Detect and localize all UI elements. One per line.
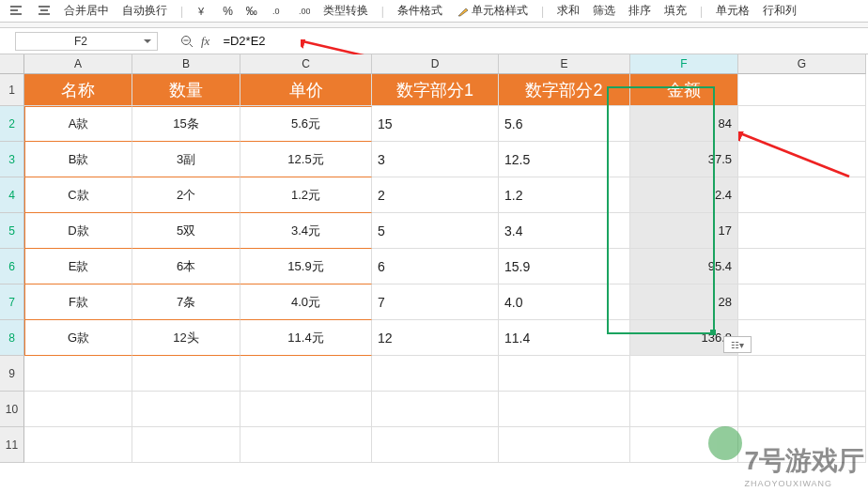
cell[interactable]: 15.9元 [240, 249, 372, 284]
cell[interactable]: 15 [372, 106, 499, 142]
header-cell[interactable]: 单价 [240, 74, 372, 106]
merge-center-button[interactable]: 合并居中 [64, 3, 109, 19]
cell[interactable]: 2.4 [630, 177, 738, 213]
cell[interactable]: 6本 [132, 249, 240, 284]
zoom-out-icon[interactable] [180, 35, 194, 48]
header-cell[interactable]: 数字部分1 [372, 74, 499, 106]
fill-button[interactable]: 填充 [664, 3, 687, 19]
row-header-4[interactable]: 4 [0, 177, 24, 213]
cell[interactable] [240, 356, 372, 392]
cell[interactable] [738, 284, 866, 320]
fx-icon[interactable]: fx [201, 34, 209, 49]
cell[interactable] [630, 356, 738, 392]
align-center-icon[interactable] [36, 5, 51, 18]
cell[interactable]: 3副 [132, 142, 240, 177]
cell[interactable] [738, 249, 866, 284]
sort-button[interactable]: 排序 [628, 3, 651, 19]
cell[interactable] [738, 427, 866, 463]
cell[interactable]: 1.2元 [240, 177, 372, 213]
row-header-11[interactable]: 11 [0, 427, 24, 463]
column-header-F[interactable]: F [630, 54, 738, 74]
cell[interactable]: 95.4 [630, 249, 738, 284]
cell[interactable] [499, 392, 630, 427]
header-cell[interactable]: 数字部分2 [499, 74, 630, 106]
cell[interactable]: 12 [372, 320, 499, 356]
cell[interactable]: F款 [24, 284, 132, 320]
header-cell[interactable]: 名称 [24, 74, 132, 106]
cell[interactable]: D款 [24, 213, 132, 249]
currency-icon[interactable]: ¥ [196, 6, 209, 17]
cell[interactable] [372, 356, 499, 392]
cell[interactable] [738, 356, 866, 392]
row-header-8[interactable]: 8 [0, 320, 24, 356]
cell[interactable]: 17 [630, 213, 738, 249]
cell-button[interactable]: 单元格 [716, 3, 750, 19]
cell[interactable] [240, 392, 372, 427]
cell[interactable]: 136.8 [630, 320, 738, 356]
cell[interactable] [499, 356, 630, 392]
align-left-icon[interactable] [8, 5, 23, 18]
cell[interactable] [132, 392, 240, 427]
header-cell[interactable]: 数量 [132, 74, 240, 106]
cell[interactable]: 7 [372, 284, 499, 320]
cell[interactable]: 5.6 [499, 106, 630, 142]
select-all-corner[interactable] [0, 54, 24, 74]
cell[interactable]: 1.2 [499, 177, 630, 213]
cell[interactable]: 3.4 [499, 213, 630, 249]
cell[interactable] [24, 392, 132, 427]
column-header-B[interactable]: B [132, 54, 240, 74]
cell-style-button[interactable]: 单元格样式 [456, 3, 528, 19]
cell[interactable]: 3 [372, 142, 499, 177]
row-header-7[interactable]: 7 [0, 284, 24, 320]
header-cell[interactable] [738, 74, 866, 106]
row-header-1[interactable]: 1 [0, 74, 24, 106]
wrap-text-button[interactable]: 自动换行 [122, 3, 167, 19]
cell[interactable] [372, 392, 499, 427]
cell[interactable]: 28 [630, 284, 738, 320]
row-header-3[interactable]: 3 [0, 142, 24, 177]
cell[interactable]: 5.6元 [240, 106, 372, 142]
cell[interactable]: 2个 [132, 177, 240, 213]
cell[interactable]: 4.0元 [240, 284, 372, 320]
column-header-D[interactable]: D [372, 54, 499, 74]
cell[interactable]: 15.9 [499, 249, 630, 284]
cell[interactable]: 37.5 [630, 142, 738, 177]
cell[interactable]: 15条 [132, 106, 240, 142]
cell[interactable]: 84 [630, 106, 738, 142]
cell[interactable]: 2 [372, 177, 499, 213]
row-header-9[interactable]: 9 [0, 356, 24, 392]
column-header-C[interactable]: C [240, 54, 372, 74]
cell[interactable]: 3.4元 [240, 213, 372, 249]
dec-inc-icon[interactable]: .0 [271, 6, 284, 17]
type-convert-button[interactable]: 类型转换 [323, 3, 368, 19]
row-header-10[interactable]: 10 [0, 392, 24, 427]
cell[interactable] [630, 392, 738, 427]
row-header-6[interactable]: 6 [0, 249, 24, 284]
cell[interactable] [24, 356, 132, 392]
cell[interactable] [738, 213, 866, 249]
row-header-5[interactable]: 5 [0, 213, 24, 249]
sum-button[interactable]: 求和 [557, 3, 580, 19]
column-header-A[interactable]: A [24, 54, 132, 74]
autofill-options-button[interactable]: ☷▾ [723, 336, 752, 353]
cell[interactable]: 7条 [132, 284, 240, 320]
cell[interactable]: 5双 [132, 213, 240, 249]
cell[interactable] [372, 427, 499, 463]
conditional-format-button[interactable]: 条件格式 [397, 3, 442, 19]
column-header-G[interactable]: G [738, 54, 866, 74]
cell[interactable]: 4.0 [499, 284, 630, 320]
name-box[interactable]: F2 [15, 32, 158, 51]
cell[interactable]: 12.5 [499, 142, 630, 177]
cell[interactable] [738, 392, 866, 427]
header-cell[interactable]: 金额 [630, 74, 738, 106]
percent-button[interactable]: % [223, 5, 233, 18]
column-header-E[interactable]: E [499, 54, 630, 74]
cell[interactable]: 6 [372, 249, 499, 284]
cell[interactable]: 11.4 [499, 320, 630, 356]
cell[interactable]: G款 [24, 320, 132, 356]
cell[interactable]: 5 [372, 213, 499, 249]
cell[interactable]: A款 [24, 106, 132, 142]
dec-dec-icon[interactable]: .00 [297, 6, 310, 17]
permille-button[interactable]: ‰ [246, 5, 257, 18]
row-header-2[interactable]: 2 [0, 106, 24, 142]
